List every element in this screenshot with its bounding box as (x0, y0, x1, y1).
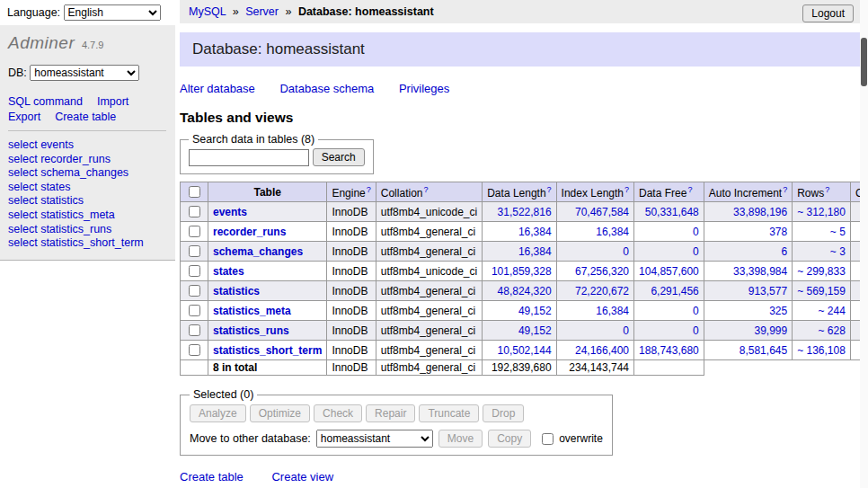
index-length-link[interactable]: 70,467,584 (575, 206, 629, 218)
create-view-link[interactable]: Create view (271, 470, 333, 484)
sidebar-table-link[interactable]: select statistics_runs (8, 223, 175, 237)
table-name-link[interactable]: recorder_runs (213, 226, 286, 238)
sidebar-table-link[interactable]: select schema_changes (8, 166, 175, 181)
check-button[interactable]: Check (314, 404, 362, 422)
table-name-link[interactable]: events (213, 206, 247, 218)
row-checkbox[interactable] (189, 344, 200, 356)
table-name-link[interactable]: statistics_meta (213, 305, 291, 317)
privileges-link[interactable]: Privileges (399, 82, 449, 95)
table-name-link[interactable]: states (213, 265, 244, 278)
sidebar-table-link[interactable]: select states (8, 181, 175, 195)
alter-database-link[interactable]: Alter database (180, 82, 255, 95)
rows-link[interactable]: ~ 3 (830, 245, 846, 258)
rows-link[interactable]: ~ 136,108 (797, 344, 846, 357)
data-free-link[interactable]: 0 (693, 324, 699, 337)
auto-increment-link[interactable]: 39,999 (754, 324, 787, 337)
sidebar-table-link[interactable]: select recorder_runs (8, 153, 175, 167)
truncate-button[interactable]: Truncate (419, 404, 479, 422)
scrollbar[interactable] (860, 0, 868, 488)
auto-increment-link[interactable]: 33,898,196 (733, 206, 787, 218)
index-length-link[interactable]: 16,384 (596, 226, 629, 238)
table-name-link[interactable]: statistics_short_term (213, 344, 322, 357)
column-help-link[interactable]: ? (624, 185, 629, 194)
row-checkbox[interactable] (189, 226, 200, 237)
table-name-link[interactable]: schema_changes (213, 245, 303, 258)
data-free-link[interactable]: 50,331,648 (645, 206, 699, 218)
data-free-link[interactable]: 104,857,600 (639, 265, 699, 278)
index-length-link[interactable]: 16,384 (596, 305, 629, 317)
data-length-link[interactable]: 49,152 (518, 305, 552, 317)
column-help-link[interactable]: ? (825, 185, 829, 194)
auto-increment-link[interactable]: 8,581,645 (740, 344, 787, 357)
move-database-select[interactable]: homeassistant (316, 430, 433, 448)
table-name-link[interactable]: statistics (213, 285, 260, 297)
row-checkbox[interactable] (189, 245, 200, 257)
index-length-link[interactable]: 67,256,320 (575, 265, 629, 278)
rows-link[interactable]: ~ 312,180 (797, 206, 846, 218)
row-checkbox[interactable] (189, 305, 200, 316)
row-checkbox[interactable] (189, 206, 200, 217)
data-free-link[interactable]: 188,743,680 (639, 344, 699, 357)
auto-increment-link[interactable]: 6 (781, 245, 787, 258)
sidebar-link-create-table[interactable]: Create table (55, 111, 116, 123)
data-length-link[interactable]: 16,384 (518, 226, 552, 238)
row-checkbox[interactable] (189, 265, 200, 277)
logout-button[interactable]: Logout (802, 4, 854, 22)
sidebar-table-link[interactable]: select statistics_short_term (8, 236, 175, 251)
sidebar-link-import[interactable]: Import (97, 95, 128, 108)
breadcrumb-link-mysql[interactable]: MySQL (189, 5, 226, 18)
data-length-link[interactable]: 31,522,816 (498, 206, 552, 218)
data-free-link[interactable]: 0 (693, 226, 699, 238)
select-all-checkbox[interactable] (189, 186, 200, 198)
search-input[interactable] (189, 149, 309, 166)
column-help-link[interactable]: ? (423, 185, 428, 194)
rows-link[interactable]: ~ 569,159 (797, 285, 846, 297)
auto-increment-link[interactable]: 325 (769, 305, 787, 317)
rows-link[interactable]: ~ 299,833 (797, 265, 846, 278)
index-length-link[interactable]: 0 (623, 324, 629, 337)
optimize-button[interactable]: Optimize (250, 404, 310, 422)
data-free-link[interactable]: 0 (693, 245, 699, 258)
sidebar-table-link[interactable]: select events (8, 138, 175, 153)
data-length-link[interactable]: 49,152 (518, 324, 552, 337)
index-length-link[interactable]: 0 (623, 245, 629, 258)
column-help-link[interactable]: ? (687, 185, 692, 194)
data-length-link[interactable]: 101,859,328 (492, 265, 552, 278)
column-help-link[interactable]: ? (783, 185, 787, 194)
index-length-link[interactable]: 24,166,400 (575, 344, 629, 357)
breadcrumb-link-server[interactable]: Server (245, 5, 279, 18)
auto-increment-link[interactable]: 33,398,984 (733, 265, 787, 278)
drop-button[interactable]: Drop (483, 404, 524, 422)
auto-increment-link[interactable]: 378 (769, 226, 787, 238)
db-select[interactable]: homeassistant (30, 65, 139, 81)
search-button[interactable]: Search (313, 148, 365, 166)
table-name-link[interactable]: statistics_runs (213, 324, 289, 337)
sidebar-table-link[interactable]: select statistics_meta (8, 209, 175, 223)
sidebar-link-export[interactable]: Export (8, 111, 40, 123)
rows-link[interactable]: ~ 244 (819, 305, 846, 317)
copy-button[interactable]: Copy (488, 430, 531, 448)
overwrite-checkbox[interactable] (542, 433, 554, 445)
move-button[interactable]: Move (438, 430, 483, 448)
rows-link[interactable]: ~ 628 (819, 324, 846, 337)
data-length-link[interactable]: 10,502,144 (498, 344, 552, 357)
analyze-button[interactable]: Analyze (190, 404, 246, 422)
scrollbar-thumb[interactable] (861, 38, 867, 86)
index-length-link[interactable]: 72,220,672 (575, 285, 629, 297)
data-free-link[interactable]: 6,291,456 (651, 285, 698, 297)
row-checkbox[interactable] (189, 324, 200, 336)
column-help-link[interactable]: ? (547, 185, 552, 194)
repair-button[interactable]: Repair (366, 404, 415, 422)
data-free-link[interactable]: 0 (693, 305, 699, 317)
data-length-link[interactable]: 48,824,320 (498, 285, 552, 297)
auto-increment-link[interactable]: 913,577 (748, 285, 787, 297)
sidebar-table-link[interactable]: select statistics (8, 194, 175, 209)
data-length-link[interactable]: 16,384 (518, 245, 552, 258)
rows-link[interactable]: ~ 5 (830, 226, 846, 238)
column-help-link[interactable]: ? (367, 185, 371, 194)
language-select[interactable]: English (64, 4, 161, 21)
sidebar-link-sql-command[interactable]: SQL command (8, 95, 83, 108)
database-schema-link[interactable]: Database schema (279, 82, 374, 95)
create-table-link[interactable]: Create table (180, 470, 244, 484)
row-checkbox[interactable] (189, 285, 200, 297)
